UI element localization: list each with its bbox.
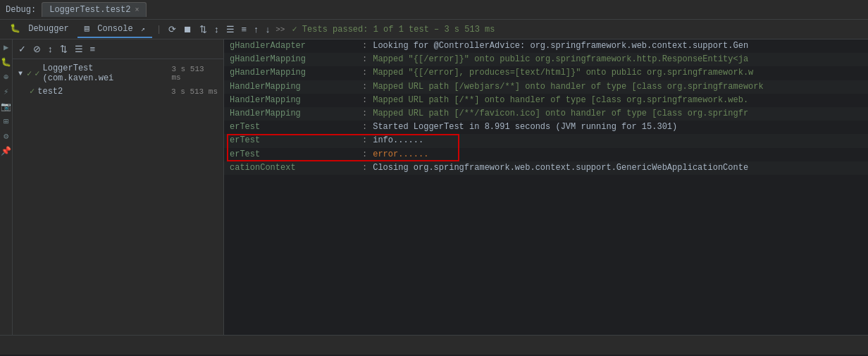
sidebar-run-icon[interactable]: ▶ — [1, 42, 12, 53]
console-tab-label: Console — [97, 24, 132, 34]
rerun-button[interactable]: ⟳ — [166, 23, 179, 35]
sep-9: : — [362, 148, 367, 161]
test-sort1-button[interactable]: ↕ — [45, 43, 56, 55]
console-line-1: gHandlerAdapter : Looking for @Controlle… — [224, 39, 868, 53]
msg-7: Started LoggerTest in 8.991 seconds (JVM… — [373, 121, 677, 134]
console-redirect-icon: ↗ — [141, 25, 145, 33]
bottom-bar — [0, 335, 868, 355]
test-cancel-button[interactable]: ⊘ — [30, 43, 44, 55]
sort-asc-button[interactable]: ⇅ — [197, 23, 210, 35]
console-line-9: erTest : error...... — [224, 148, 868, 161]
test-expand-button[interactable]: ☰ — [72, 43, 86, 55]
expand-button[interactable]: ☰ — [223, 23, 237, 35]
sep-5: : — [362, 94, 367, 107]
nav-next-button[interactable]: ↓ — [263, 23, 273, 35]
msg-10: Closing org.springframework.web.context.… — [373, 161, 748, 175]
root-check-icon2: ✓ — [35, 68, 39, 79]
console-line-6: HandlerMapping : Mapped URL path [/**/fa… — [224, 107, 868, 121]
child-check-icon: ✓ — [30, 86, 35, 97]
msg-2: Mapped "{[/error]}" onto public org.spri… — [373, 53, 748, 66]
sep-2: : — [362, 53, 367, 66]
tab-console[interactable]: ▤ Console ↗ — [78, 20, 152, 38]
console-line-4: HandlerMapping : Mapped URL path [/webja… — [224, 80, 868, 94]
root-check-icon: ✓ — [27, 68, 32, 79]
sep-4: : — [362, 80, 367, 94]
console-icon: ▤ — [85, 24, 89, 34]
debug-label: Debug: — [6, 5, 36, 15]
sep-3: : — [362, 66, 367, 80]
test-check-button[interactable]: ✓ — [16, 43, 29, 55]
root-test-name: LoggerTest (com.kaven.wei — [42, 63, 168, 83]
sidebar-grid-icon[interactable]: ⊞ — [1, 116, 12, 127]
test-status: ✓ Tests passed: 1 of 1 test – 3 s 513 ms — [292, 24, 495, 35]
sidebar-coverage-icon[interactable]: ⊕ — [1, 72, 12, 82]
sidebar-settings-icon[interactable]: ⚙ — [1, 131, 12, 142]
file-tab[interactable]: LoggerTest.test2 × — [42, 2, 147, 17]
source-6: HandlerMapping — [230, 107, 356, 121]
sidebar-profile-icon[interactable]: ⚡ — [1, 87, 12, 97]
msg-1: Looking for @ControllerAdvice: org.sprin… — [373, 39, 748, 53]
sidebar-camera-icon[interactable]: 📷 — [1, 102, 12, 112]
console-line-7: erTest : Started LoggerTest in 8.991 sec… — [224, 121, 868, 134]
console-wrapper: gHandlerAdapter : Looking for @Controlle… — [224, 39, 868, 335]
console-line-10: cationContext : Closing org.springframew… — [224, 161, 868, 175]
test-tree: ▼ ✓ ✓ LoggerTest (com.kaven.wei 3 s 513 … — [13, 59, 223, 335]
source-7: erTest — [230, 121, 356, 134]
source-4: HandlerMapping — [230, 80, 356, 94]
left-sidebar: ▶ 🐛 ⊕ ⚡ 📷 ⊞ ⚙ 📌 — [0, 39, 13, 335]
console-line-8: erTest : info...... — [224, 134, 868, 147]
console-line-5: HandlerMapping : Mapped URL path [/**] o… — [224, 94, 868, 107]
nav-prev-button[interactable]: ↑ — [251, 23, 261, 35]
collapse-triangle: ▼ — [18, 70, 23, 78]
sidebar-pin-icon[interactable]: 📌 — [1, 146, 12, 156]
msg-9: error...... — [373, 148, 428, 161]
child-test-name: test2 — [37, 87, 63, 97]
main-layout: ▶ 🐛 ⊕ ⚡ 📷 ⊞ ⚙ 📌 ✓ ⊘ ↕ ⇅ ☰ ≡ ▼ ✓ ✓ Logger… — [0, 39, 868, 335]
tab-debugger[interactable]: 🐛 Debugger — [3, 20, 76, 38]
source-9: erTest — [230, 148, 356, 161]
test-sort2-button[interactable]: ⇅ — [57, 43, 70, 55]
test-child-item[interactable]: ✓ test2 3 s 513 ms — [13, 85, 223, 98]
msg-5: Mapped URL path [/**] onto handler of ty… — [373, 94, 748, 107]
msg-8: info...... — [373, 134, 423, 147]
tab-name: LoggerTest.test2 — [49, 5, 130, 15]
title-bar: Debug: LoggerTest.test2 × — [0, 0, 868, 20]
source-10: cationContext — [230, 161, 356, 175]
sep-10: : — [362, 161, 367, 175]
test-root-item[interactable]: ▼ ✓ ✓ LoggerTest (com.kaven.wei 3 s 513 … — [13, 62, 223, 85]
sep-7: : — [362, 121, 367, 134]
sep-8: : — [362, 134, 367, 147]
sort-desc-button[interactable]: ↕ — [211, 23, 222, 35]
child-test-meta: 3 s 513 ms — [171, 87, 218, 96]
debugger-icon: 🐛 — [10, 24, 20, 34]
tab-close-icon[interactable]: × — [135, 6, 139, 14]
msg-3: Mapped "{[/error], produces=[text/html]}… — [373, 66, 753, 80]
stop-button[interactable]: ⏹ — [180, 23, 195, 35]
console-line-2: gHandlerMapping : Mapped "{[/error]}" on… — [224, 53, 868, 66]
root-test-meta: 3 s 513 ms — [171, 65, 218, 82]
source-2: gHandlerMapping — [230, 53, 356, 66]
source-3: gHandlerMapping — [230, 66, 356, 80]
test-panel: ✓ ⊘ ↕ ⇅ ☰ ≡ ▼ ✓ ✓ LoggerTest (com.kaven.… — [13, 39, 224, 335]
msg-4: Mapped URL path [/webjars/**] onto handl… — [373, 80, 764, 94]
debugger-tab-label: Debugger — [28, 24, 69, 34]
console-panel[interactable]: gHandlerAdapter : Looking for @Controlle… — [224, 39, 868, 175]
source-8: erTest — [230, 134, 356, 147]
sep-6: : — [362, 107, 367, 121]
source-1: gHandlerAdapter — [230, 39, 356, 53]
msg-6: Mapped URL path [/**/favicon.ico] onto h… — [373, 107, 748, 121]
test-collapse-button[interactable]: ≡ — [87, 43, 99, 55]
sep-1: : — [362, 39, 367, 53]
source-5: HandlerMapping — [230, 94, 356, 107]
panel-tabs-bar: 🐛 Debugger ▤ Console ↗ | ⟳ ⏹ ⇅ ↕ ☰ ≡ ↑ ↓… — [0, 20, 868, 39]
sidebar-debug-icon[interactable]: 🐛 — [1, 57, 12, 68]
collapse-button[interactable]: ≡ — [239, 23, 250, 35]
test-panel-toolbar: ✓ ⊘ ↕ ⇅ ☰ ≡ — [13, 39, 223, 59]
console-line-3: gHandlerMapping : Mapped "{[/error], pro… — [224, 66, 868, 80]
